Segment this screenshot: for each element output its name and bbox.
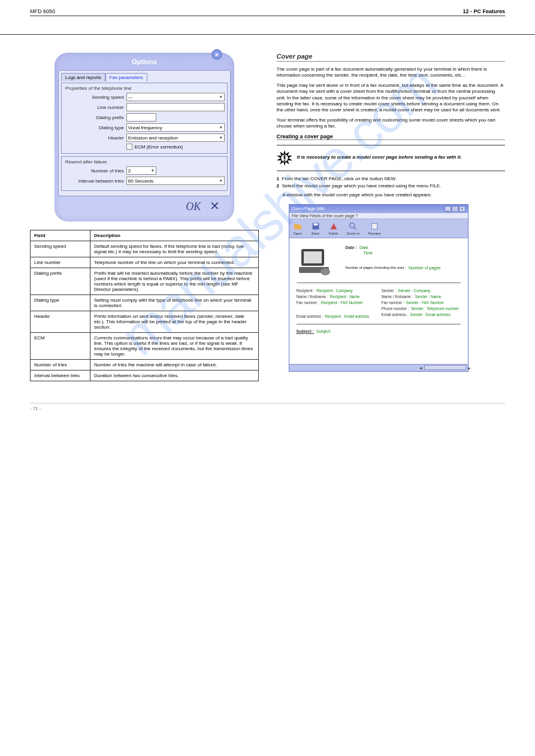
l-name-val: Recipient : Name: [330, 294, 360, 299]
subject-label: Subject :: [297, 329, 315, 333]
tab-logs[interactable]: Logs and reports: [61, 73, 105, 81]
cover-page-editor-window: CoverPage.Mfc _□× File View Fields of th…: [289, 204, 468, 372]
cell-field: Number of tries: [31, 360, 90, 371]
label-sending-speed: Sending speed: [64, 95, 124, 100]
select-ntries[interactable]: 2: [126, 166, 156, 175]
np-field: Number of pages: [409, 266, 441, 270]
parameters-table: FieldDescription Sending speedDefault se…: [30, 230, 259, 381]
input-line-number[interactable]: [126, 103, 225, 111]
label-ecm: ECM (Error correction): [135, 144, 183, 150]
cell-field: Sending speed: [31, 241, 90, 257]
l-recip-val: Recipient : Company: [316, 289, 352, 293]
checkbox-ecm[interactable]: [126, 144, 132, 150]
cell-desc: Prefix that will be inserted automatical…: [90, 268, 259, 295]
close-icon[interactable]: ×: [211, 49, 222, 60]
label-ntries: Number of tries: [64, 168, 124, 174]
cover-para1: The cover page is part of a fax document…: [277, 66, 506, 79]
r-sender-lbl: Sender :: [382, 289, 397, 293]
table-row: Interval between triesDuration between t…: [31, 371, 259, 381]
toolbar-open[interactable]: Open: [293, 221, 303, 235]
window-titlebar: CoverPage.Mfc _□×: [289, 205, 468, 213]
menu-bar[interactable]: File View Fields of the cover page ?: [289, 213, 468, 219]
label-header: Header: [64, 135, 124, 141]
table-row: HeaderPrints information on sent and/or …: [31, 311, 259, 333]
svg-rect-3: [283, 159, 285, 160]
svg-marker-6: [330, 223, 337, 230]
minimize-icon[interactable]: _: [445, 206, 451, 212]
table-row: Sending speedDefault sending speed for f…: [31, 241, 259, 257]
r-phone-val: Sender : Telephone number: [411, 306, 459, 311]
table-row: Line numberTelephone number of the line …: [31, 257, 259, 268]
cell-field: ECM: [31, 333, 90, 360]
svg-rect-2: [283, 155, 285, 159]
l-fax-lbl: Fax number :: [297, 300, 319, 305]
subject-field: Subject: [316, 329, 330, 333]
toolbar-fields[interactable]: Fields: [329, 221, 338, 235]
cell-desc: Telephone number of the line on which yo…: [90, 257, 259, 268]
label-dialing-type: Dialing type: [64, 125, 124, 130]
maximize-icon[interactable]: □: [452, 206, 458, 212]
cell-desc: Duration between two consecutive tries.: [90, 371, 259, 381]
cover-para2: This page may be sent alone or in front …: [277, 83, 506, 114]
horizontal-scrollbar[interactable]: [424, 365, 466, 370]
cell-field: Header: [31, 311, 90, 333]
section-name: 12 - PC Features: [463, 8, 505, 14]
toolbar-zoom[interactable]: Zoom in: [347, 221, 360, 235]
r-fax-val: Sender : FAX Number: [406, 300, 445, 305]
tab-fax-parameters[interactable]: Fax parameters: [105, 73, 147, 81]
product-name: MFD 6050: [30, 8, 55, 14]
select-dialing-type[interactable]: Vocal frequency: [126, 123, 225, 132]
toolbar-preview[interactable]: Preview: [368, 221, 380, 235]
window-title: CoverPage.Mfc: [292, 206, 325, 211]
window-controls: _□×: [444, 206, 466, 212]
cover-page-heading: Cover page: [277, 53, 506, 62]
select-sending-speed[interactable]: ---: [126, 93, 225, 101]
select-interval[interactable]: 60 Seconds: [126, 177, 225, 185]
important-note: It is necessary to create a model cover …: [277, 145, 506, 171]
resend-group: Resend after failure Number of tries 2 I…: [61, 156, 228, 191]
options-dialog: × Options Logs and reports Fax parameter…: [55, 53, 234, 221]
table-row: Number of triesNumber of tries the machi…: [31, 360, 259, 371]
close-icon[interactable]: ×: [459, 206, 466, 212]
step-2: 2 Select the model cover page which you …: [277, 183, 506, 189]
label-interval: Interval between tries: [64, 178, 124, 184]
options-title: Options: [58, 56, 231, 70]
cell-desc: Number of tries the machine will attempt…: [90, 360, 259, 371]
svg-point-13: [321, 268, 330, 275]
l-name-lbl: Name / firstname :: [297, 294, 328, 299]
date-field: Date: [359, 245, 368, 250]
label-line-number: Line number: [64, 105, 124, 110]
l-email-val: Recipient : Email address: [325, 314, 369, 318]
cell-field: Dialing type: [31, 295, 90, 311]
cell-desc: Corrects communications errors that may …: [90, 333, 259, 360]
r-fax-lbl: Fax number :: [382, 300, 404, 305]
telephone-line-group: Properties of the telephone line Sending…: [61, 83, 228, 154]
l-recip-lbl: Recipient :: [297, 289, 315, 293]
np-label: Number of pages (including this one) :: [346, 266, 406, 270]
important-icon: [277, 150, 292, 166]
r-email-lbl: Email address :: [382, 312, 409, 317]
toolbar-save[interactable]: Save: [311, 221, 321, 235]
time-field: Time: [364, 251, 373, 255]
svg-line-8: [354, 227, 356, 229]
cell-desc: Prints information on sent and/or receiv…: [90, 311, 259, 333]
group-legend-resend: Resend after failure: [64, 159, 108, 165]
tabs: Logs and reports Fax parameters: [61, 73, 228, 81]
cell-desc: Default sending speed for faxes. If the …: [90, 241, 259, 257]
r-name-lbl: Name / firstname :: [382, 294, 413, 299]
step-2-tail: A window with the model cover page which…: [283, 192, 506, 198]
svg-rect-9: [371, 223, 377, 229]
table-row: Dialing typeSetting must comply with the…: [31, 295, 259, 311]
r-email-val: Sender : Email address: [410, 312, 451, 317]
cover-preview: Date : Date Time Number of pages (includ…: [289, 238, 468, 364]
select-header[interactable]: Emission and reception: [126, 133, 225, 142]
creating-cover-heading: Creating a cover page: [277, 133, 506, 140]
r-sender-val: Sender : Company: [398, 289, 430, 293]
cancel-button[interactable]: ✕: [210, 199, 220, 212]
table-row: ECMCorrects communications errors that m…: [31, 333, 259, 360]
page-footer: - 71 -: [30, 403, 505, 411]
important-text: It is necessary to create a model cover …: [297, 154, 462, 160]
ok-button[interactable]: OK: [186, 201, 201, 212]
toolbar: Open Save Fields Zoom in Preview: [289, 219, 468, 238]
input-dialing-prefix[interactable]: [126, 113, 156, 122]
